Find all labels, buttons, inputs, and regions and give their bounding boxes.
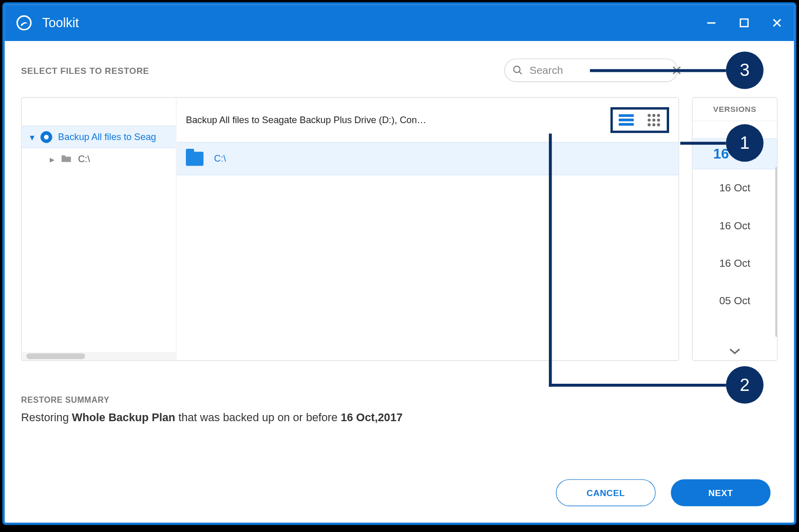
version-item[interactable]: 16 Oct — [693, 169, 777, 207]
svg-point-13 — [648, 123, 651, 126]
svg-point-9 — [657, 113, 660, 116]
collapse-icon[interactable]: ▾ — [30, 131, 34, 143]
versions-scrollbar[interactable] — [775, 167, 777, 337]
summary-text-part: that was backed up on or before — [175, 411, 340, 424]
tree-horizontal-scrollbar[interactable] — [22, 352, 176, 360]
section-heading: SELECT FILES TO RESTORE — [21, 65, 149, 75]
summary-plan-name: Whole Backup Plan — [72, 411, 175, 424]
folder-tree: ▾ Backup All files to Seag ▸ C:\ — [22, 98, 176, 361]
versions-list: 16 Oct 16 Oct 16 Oct 16 Oct 05 Oct — [693, 139, 777, 343]
versions-heading: VERSIONS — [693, 98, 777, 122]
callout-leader-line — [590, 69, 726, 72]
tree-item-backup-plan[interactable]: ▾ Backup All files to Seag — [22, 126, 176, 148]
file-name: C:\ — [214, 153, 226, 164]
search-icon — [512, 65, 524, 76]
tree-item-drive-c[interactable]: ▸ C:\ — [22, 148, 176, 170]
summary-date: 16 Oct,2017 — [340, 411, 403, 424]
folder-icon — [186, 152, 203, 166]
folder-icon — [61, 153, 72, 165]
versions-scroll-down[interactable] — [693, 343, 777, 360]
titlebar: Toolkit — [5, 5, 794, 41]
list-view-button[interactable] — [619, 113, 634, 126]
restore-summary: RESTORE SUMMARY Restoring Whole Backup P… — [21, 395, 777, 424]
app-window: Toolkit SELECT FILES TO RESTORE — [3, 3, 796, 525]
callout-bubble-2: 2 — [726, 366, 764, 404]
next-button[interactable]: NEXT — [671, 479, 770, 506]
window-controls — [705, 16, 784, 29]
svg-rect-4 — [619, 114, 634, 116]
svg-point-12 — [657, 119, 660, 122]
svg-rect-2 — [740, 19, 748, 27]
file-browser: ▾ Backup All files to Seag ▸ C:\ — [21, 97, 679, 361]
svg-point-11 — [652, 119, 655, 122]
breadcrumb: Backup All files to Seagate Backup Plus … — [186, 114, 426, 125]
version-item[interactable]: 05 Oct — [693, 282, 777, 319]
summary-text: Restoring Whole Backup Plan that was bac… — [21, 411, 777, 424]
cancel-button[interactable]: CANCEL — [556, 479, 656, 506]
maximize-button[interactable] — [738, 16, 751, 29]
svg-rect-5 — [619, 119, 634, 121]
svg-point-10 — [648, 119, 651, 122]
app-title: Toolkit — [42, 15, 705, 31]
chevron-down-icon — [729, 348, 741, 355]
view-toggle — [611, 107, 669, 132]
svg-point-3 — [513, 66, 520, 72]
tree-item-label: C:\ — [78, 154, 90, 165]
svg-point-8 — [652, 113, 655, 116]
file-row-drive-c[interactable]: C:\ — [177, 143, 679, 175]
callout-leader-line — [680, 142, 726, 145]
svg-point-7 — [648, 113, 651, 116]
svg-point-15 — [657, 123, 660, 126]
svg-rect-6 — [619, 123, 634, 125]
svg-rect-1 — [707, 22, 715, 24]
callout-bubble-1: 1 — [726, 124, 764, 162]
callout-bubble-3: 3 — [726, 51, 764, 89]
seagate-logo-icon — [15, 14, 33, 31]
callout-leader-line — [549, 133, 552, 386]
version-item[interactable]: 16 Oct — [693, 207, 777, 244]
minimize-button[interactable] — [705, 16, 718, 29]
summary-heading: RESTORE SUMMARY — [21, 395, 777, 404]
version-item[interactable]: 16 Oct — [693, 244, 777, 282]
svg-point-14 — [652, 123, 655, 126]
callout-leader-line — [549, 384, 726, 387]
disc-icon — [41, 131, 52, 143]
file-list: Backup All files to Seagate Backup Plus … — [177, 98, 679, 361]
expand-icon[interactable]: ▸ — [50, 154, 54, 165]
summary-text-part: Restoring — [21, 411, 72, 424]
tree-item-label: Backup All files to Seag — [58, 132, 156, 143]
close-button[interactable] — [771, 16, 784, 29]
grid-view-button[interactable] — [647, 113, 661, 127]
